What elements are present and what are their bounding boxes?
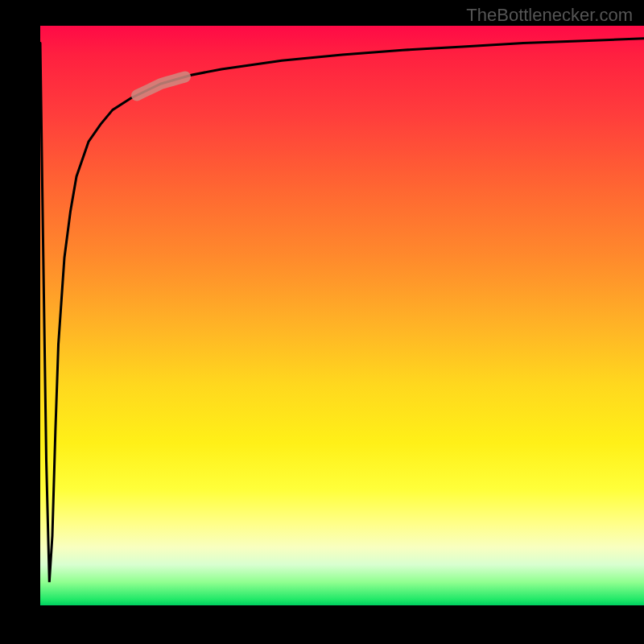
plot-area	[40, 26, 644, 605]
chart-curve-svg	[40, 26, 644, 605]
watermark-text: TheBottlenecker.com	[466, 5, 633, 26]
highlight-segment	[137, 76, 185, 95]
bottleneck-curve-path	[40, 39, 644, 582]
